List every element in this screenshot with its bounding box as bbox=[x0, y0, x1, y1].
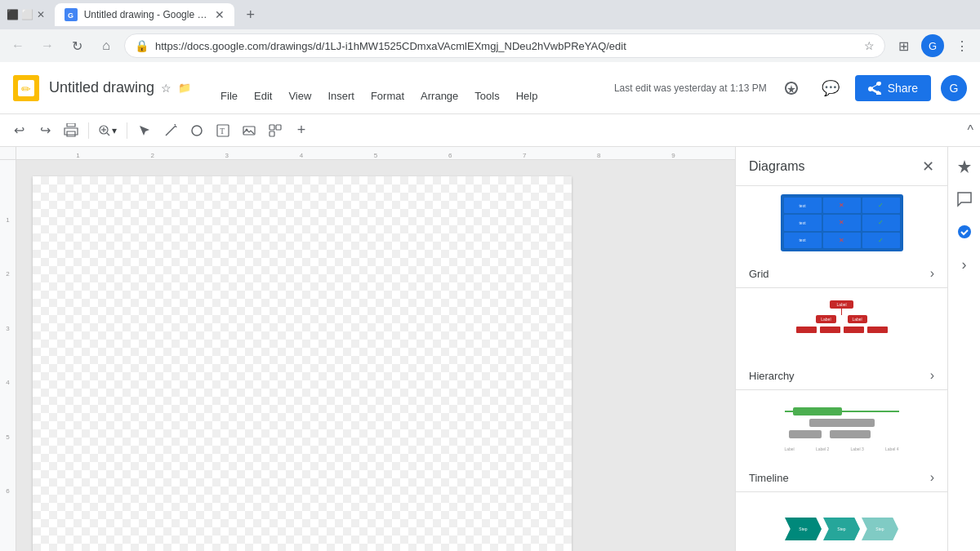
side-expand-button[interactable]: › bbox=[951, 251, 978, 278]
canvas-checker-pattern bbox=[33, 176, 572, 551]
menu-edit[interactable]: Edit bbox=[247, 87, 278, 105]
toolbar-separator bbox=[88, 122, 89, 139]
image-tool[interactable] bbox=[237, 118, 261, 143]
shape-tool[interactable] bbox=[185, 118, 209, 143]
timeline-label-3: Label 3 bbox=[850, 447, 863, 451]
side-chat-button[interactable] bbox=[951, 186, 978, 212]
drawing-canvas[interactable] bbox=[33, 176, 572, 551]
panel-header: Diagrams ✕ bbox=[736, 147, 947, 186]
lock-icon: 🔒 bbox=[135, 39, 149, 52]
tab-title: Untitled drawing - Google Drawi... bbox=[84, 9, 208, 20]
diagram-item-grid[interactable]: text ✕ ✓ text ✕ ✓ bbox=[736, 186, 947, 288]
collapse-button[interactable]: ^ bbox=[967, 123, 973, 138]
app-title-section: Untitled drawing ☆ 📁 bbox=[49, 79, 191, 96]
star-icon[interactable]: ☆ bbox=[161, 82, 172, 95]
app-header: ✏ Untitled drawing ☆ 📁 File Edit View In… bbox=[0, 62, 980, 114]
hier-top-node: Label bbox=[830, 300, 853, 309]
panel-content: text ✕ ✓ text ✕ ✓ bbox=[736, 186, 947, 551]
more-tool[interactable] bbox=[263, 118, 287, 143]
side-assistant-button[interactable] bbox=[951, 153, 978, 180]
ruler-vertical: 1 2 3 4 5 6 bbox=[0, 160, 16, 551]
canvas-section: 1 2 3 4 5 6 7 8 9 1 2 3 4 bbox=[0, 147, 735, 551]
hierarchy-visual: Label Label Label bbox=[789, 300, 895, 349]
side-check-button[interactable] bbox=[951, 219, 978, 245]
assistant-button[interactable] bbox=[777, 73, 806, 103]
canvas-area[interactable] bbox=[16, 160, 735, 551]
browser-tab[interactable]: G Untitled drawing - Google Drawi... ✕ bbox=[55, 3, 234, 26]
menu-view[interactable]: View bbox=[282, 87, 318, 105]
hier-mid-node-2: Label bbox=[848, 315, 867, 323]
toolbar: ↩ ↪ ▾ T + ^ bbox=[0, 114, 980, 147]
diagram-item-process[interactable]: Step Step Step Process › bbox=[736, 492, 947, 551]
ruler-v-tick-1: 1 bbox=[6, 216, 9, 224]
menu-tools[interactable]: Tools bbox=[468, 87, 506, 105]
timeline-label-1: Label bbox=[785, 447, 795, 451]
diagram-item-timeline[interactable]: Label Label 2 Label 3 Label 4 Timeline › bbox=[736, 390, 947, 492]
hier-bot-node-4 bbox=[867, 327, 888, 333]
profile-button[interactable]: G bbox=[921, 34, 944, 57]
select-tool[interactable] bbox=[132, 118, 157, 143]
zoom-control[interactable]: ▾ bbox=[94, 123, 122, 138]
ruler-tick-8: 8 bbox=[597, 152, 600, 159]
ruler-tick-4: 4 bbox=[300, 152, 303, 159]
extensions-button[interactable]: ⊞ bbox=[892, 34, 915, 57]
svg-text:T: T bbox=[220, 127, 225, 136]
svg-text:✏: ✏ bbox=[21, 82, 31, 96]
timeline-label-4: Label 4 bbox=[885, 447, 898, 451]
ruler-v-tick-6: 6 bbox=[6, 487, 9, 495]
menu-help[interactable]: Help bbox=[510, 87, 545, 105]
process-step-3: Step bbox=[862, 518, 898, 540]
back-button[interactable]: ← bbox=[7, 34, 29, 57]
add-button[interactable]: + bbox=[289, 118, 314, 143]
toolbar-separator-2 bbox=[127, 122, 127, 139]
menu-format[interactable]: Format bbox=[364, 87, 411, 105]
new-tab-button[interactable]: + bbox=[241, 5, 261, 24]
browser-nav: ← → ↻ ⌂ 🔒 https://docs.google.com/drawin… bbox=[0, 29, 980, 62]
ruler-tick-2: 2 bbox=[150, 152, 154, 159]
menu-file[interactable]: File bbox=[214, 87, 244, 105]
last-edit-text: Last edit was yesterday at 1:13 PM bbox=[614, 82, 767, 94]
diagram-preview-timeline: Label Label 2 Label 3 Label 4 bbox=[736, 390, 947, 464]
forward-button[interactable]: → bbox=[36, 34, 59, 57]
panel-close-button[interactable]: ✕ bbox=[922, 158, 934, 176]
ruler-tick-3: 3 bbox=[225, 152, 229, 159]
menu-insert[interactable]: Insert bbox=[321, 87, 361, 105]
process-visual: Step Step Step bbox=[781, 504, 903, 551]
ruler-tick-6: 6 bbox=[448, 152, 452, 159]
print-button[interactable] bbox=[59, 118, 83, 143]
address-bar[interactable]: 🔒 https://docs.google.com/drawings/d/1LJ… bbox=[124, 33, 885, 58]
ruler-horizontal: 1 2 3 4 5 6 7 8 9 bbox=[16, 147, 735, 160]
url-text: https://docs.google.com/drawings/d/1LJ-i… bbox=[155, 40, 858, 52]
text-tool[interactable]: T bbox=[211, 118, 235, 143]
folder-icon[interactable]: 📁 bbox=[178, 82, 191, 94]
undo-button[interactable]: ↩ bbox=[7, 118, 31, 143]
user-avatar[interactable]: G bbox=[941, 75, 967, 101]
hier-bot-node-2 bbox=[820, 327, 840, 333]
diagram-preview-grid: text ✕ ✓ text ✕ ✓ bbox=[736, 186, 947, 260]
home-button[interactable]: ⌂ bbox=[95, 34, 118, 57]
svg-text:G: G bbox=[68, 11, 74, 20]
refresh-button[interactable]: ↻ bbox=[65, 34, 88, 57]
diagram-item-hierarchy[interactable]: Label Label Label bbox=[736, 288, 947, 390]
chat-button[interactable]: 💬 bbox=[816, 73, 845, 103]
redo-button[interactable]: ↪ bbox=[33, 118, 57, 143]
star-icon: ☆ bbox=[864, 39, 875, 52]
diagram-label-hierarchy: Hierarchy bbox=[749, 370, 930, 382]
menu-button[interactable]: ⋮ bbox=[951, 34, 973, 57]
share-button[interactable]: Share bbox=[855, 75, 931, 101]
ruler-v-tick-2: 2 bbox=[6, 270, 9, 278]
svg-rect-18 bbox=[270, 131, 274, 136]
line-tool[interactable] bbox=[158, 118, 183, 143]
svg-rect-17 bbox=[276, 125, 281, 130]
svg-point-19 bbox=[958, 225, 971, 238]
diagram-footer-timeline: Timeline › bbox=[736, 464, 947, 491]
diagram-arrow-grid: › bbox=[930, 266, 934, 281]
diagram-footer-grid: Grid › bbox=[736, 260, 947, 287]
menu-arrange[interactable]: Arrange bbox=[414, 87, 465, 105]
ruler-v-tick-3: 3 bbox=[6, 325, 9, 332]
document-title[interactable]: Untitled drawing bbox=[49, 79, 154, 96]
svg-point-11 bbox=[192, 126, 202, 136]
ruler-horizontal-row: 1 2 3 4 5 6 7 8 9 bbox=[0, 147, 735, 160]
tab-close-button[interactable]: ✕ bbox=[215, 8, 225, 21]
svg-line-6 bbox=[107, 133, 109, 136]
